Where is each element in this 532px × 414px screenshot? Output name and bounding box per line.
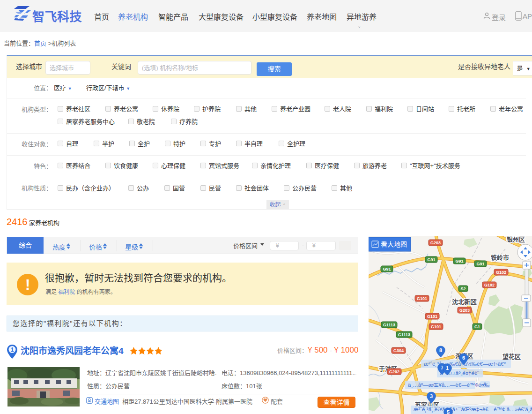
svg-text:G101: G101 bbox=[431, 324, 441, 329]
svg-text:G203: G203 bbox=[459, 308, 470, 313]
svg-text:G101: G101 bbox=[427, 314, 437, 319]
svg-text:❮: ❮ bbox=[473, 299, 478, 305]
svg-text:S2: S2 bbox=[460, 286, 466, 291]
svg-text:6: 6 bbox=[462, 355, 465, 361]
svg-text:G1113: G1113 bbox=[383, 323, 395, 327]
svg-text:G203: G203 bbox=[430, 241, 441, 245]
svg-text:银州区: 银州区 bbox=[507, 236, 525, 243]
svg-text:G91: G91 bbox=[383, 267, 391, 271]
svg-text:æ²ˆé˛³å¸‚è‹¥å®¶å±¯åŒºæ‡¬è€—é™¢: æ²ˆé˛³å¸‚è‹¥å®¶å±¯åŒºæ‡¬è€—é™¢ å…»è€‘ä¸­… bbox=[414, 406, 532, 413]
svg-text:3: 3 bbox=[430, 393, 433, 399]
svg-text:G101: G101 bbox=[417, 296, 427, 301]
svg-text:G91: G91 bbox=[455, 259, 463, 263]
svg-text:沈北新区: 沈北新区 bbox=[452, 298, 476, 305]
svg-text:G102: G102 bbox=[496, 270, 506, 275]
svg-text:·ã: ·ã bbox=[481, 382, 487, 387]
svg-text:1: 1 bbox=[11, 346, 14, 353]
svg-text:看大地图: 看大地图 bbox=[381, 241, 407, 248]
svg-text:G102: G102 bbox=[484, 283, 495, 287]
svg-text:G1: G1 bbox=[474, 324, 480, 329]
svg-text:望花区: 望花区 bbox=[502, 353, 521, 360]
svg-text:G304: G304 bbox=[393, 348, 404, 353]
svg-text:G1113: G1113 bbox=[398, 332, 410, 337]
svg-text:铁岭市: 铁岭市 bbox=[490, 254, 509, 261]
svg-text:ä¸…åº—æŒ¥å…—è€—é™¢é¤‰: ä¸…åº—æŒ¥å…—è€—é™¢é¤‰ bbox=[408, 382, 490, 388]
svg-text:G202: G202 bbox=[389, 369, 399, 374]
svg-text:5: 5 bbox=[447, 409, 450, 414]
svg-text:8: 8 bbox=[439, 347, 442, 353]
svg-text:G91: G91 bbox=[427, 257, 435, 262]
svg-text:G91: G91 bbox=[476, 262, 484, 266]
svg-text:1: 1 bbox=[446, 365, 449, 371]
